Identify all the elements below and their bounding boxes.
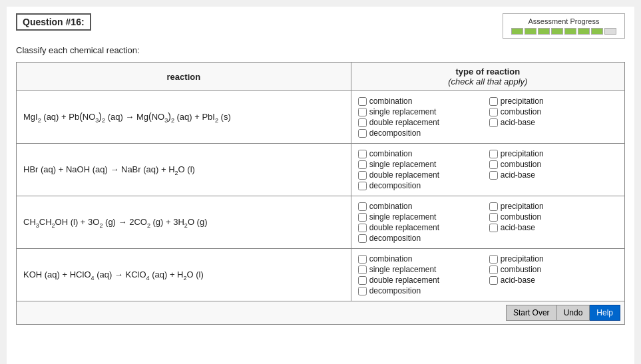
type-item-combination-2: combination	[358, 149, 487, 158]
reaction-equation-1: MgI2 (aq) + Pb(NO3)2 (aq) → Mg(NO3)2 (aq…	[23, 112, 231, 122]
type-cell-2: combination precipitation single replace…	[351, 144, 624, 196]
checkbox-combination-4[interactable]	[358, 255, 367, 264]
type-item-precipitation-3: precipitation	[489, 202, 618, 211]
type-item-acid-base-4: acid-base	[489, 275, 618, 285]
type-item-precipitation-4: precipitation	[489, 254, 618, 264]
type-item-double-replacement-2: double replacement	[358, 170, 487, 180]
type-cell-4: combination precipitation single replace…	[351, 249, 624, 301]
btn-row: Start Over Undo Help	[21, 305, 620, 321]
type-cell-3: combination precipitation single replace…	[351, 196, 624, 249]
checkbox-precipitation-2[interactable]	[489, 150, 498, 158]
type-grid-4: combination precipitation single replace…	[358, 254, 618, 295]
type-item-single-replacement-1: single replacement	[358, 107, 487, 116]
page-container: Question #16: Assessment Progress Classi…	[7, 7, 634, 364]
checkbox-decomposition-4[interactable]	[358, 287, 367, 295]
col2-header: type of reaction (check all that apply)	[351, 63, 624, 91]
progress-seg-6	[578, 28, 590, 35]
reaction-equation-4: KOH (aq) + HClO4 (aq) → KClO4 (aq) + H2O…	[23, 270, 204, 279]
progress-seg-4	[551, 28, 563, 35]
table-row: KOH (aq) + HClO4 (aq) → KClO4 (aq) + H2O…	[17, 249, 625, 301]
checkbox-precipitation-1[interactable]	[489, 97, 498, 106]
start-over-button[interactable]: Start Over	[506, 305, 557, 321]
reaction-equation-2: HBr (aq) + NaOH (aq) → NaBr (aq) + H2O (…	[23, 164, 195, 174]
type-item-combination-1: combination	[358, 96, 487, 106]
reaction-cell-4: KOH (aq) + HClO4 (aq) → KClO4 (aq) + H2O…	[17, 249, 351, 301]
checkbox-single-replacement-3[interactable]	[358, 213, 367, 222]
checkbox-combustion-3[interactable]	[489, 213, 498, 222]
type-item-double-replacement-1: double replacement	[358, 118, 487, 127]
checkbox-combination-3[interactable]	[358, 202, 367, 211]
type-item-decomposition-2: decomposition	[358, 181, 487, 190]
type-item-precipitation-1: precipitation	[489, 96, 618, 106]
table-row: HBr (aq) + NaOH (aq) → NaBr (aq) + H2O (…	[17, 144, 625, 196]
progress-seg-2	[525, 28, 536, 35]
checkbox-decomposition-1[interactable]	[358, 129, 367, 138]
checkbox-acid-base-1[interactable]	[489, 118, 498, 127]
type-item-combustion-4: combustion	[489, 265, 618, 274]
table-row: MgI2 (aq) + Pb(NO3)2 (aq) → Mg(NO3)2 (aq…	[17, 91, 625, 144]
type-item-double-replacement-4: double replacement	[358, 275, 487, 285]
col1-header: reaction	[17, 63, 351, 91]
checkbox-acid-base-2[interactable]	[489, 171, 498, 180]
type-item-acid-base-2: acid-base	[489, 170, 618, 180]
type-item-double-replacement-3: double replacement	[358, 223, 487, 232]
undo-button[interactable]: Undo	[557, 305, 590, 321]
type-grid-2: combination precipitation single replace…	[358, 149, 618, 190]
checkbox-acid-base-3[interactable]	[489, 224, 498, 232]
checkbox-acid-base-4[interactable]	[489, 276, 498, 285]
progress-seg-3	[538, 28, 550, 35]
table-row: CH3CH2OH (l) + 3O2 (g) → 2CO2 (g) + 3H2O…	[17, 196, 625, 249]
progress-seg-1	[511, 28, 523, 35]
type-item-acid-base-1: acid-base	[489, 118, 618, 127]
type-grid-1: combination precipitation single replace…	[358, 96, 618, 138]
type-item-single-replacement-3: single replacement	[358, 212, 487, 222]
button-row: Start Over Undo Help	[17, 301, 625, 325]
checkbox-single-replacement-4[interactable]	[358, 266, 367, 274]
reaction-cell-3: CH3CH2OH (l) + 3O2 (g) → 2CO2 (g) + 3H2O…	[17, 196, 351, 249]
checkbox-combustion-4[interactable]	[489, 266, 498, 274]
progress-seg-7	[591, 28, 603, 35]
help-button[interactable]: Help	[590, 305, 620, 321]
type-item-decomposition-3: decomposition	[358, 234, 487, 243]
assessment-title: Assessment Progress	[511, 17, 616, 25]
header-row: Question #16: Assessment Progress	[16, 13, 625, 39]
checkbox-double-replacement-2[interactable]	[358, 171, 367, 180]
checkbox-combustion-2[interactable]	[489, 160, 498, 169]
progress-seg-8	[604, 28, 616, 35]
checkbox-decomposition-2[interactable]	[358, 182, 367, 190]
col2-subheader: (check all that apply)	[448, 77, 527, 87]
button-cell: Start Over Undo Help	[17, 301, 625, 325]
checkbox-single-replacement-2[interactable]	[358, 160, 367, 169]
checkbox-decomposition-3[interactable]	[358, 234, 367, 243]
type-item-combination-4: combination	[358, 254, 487, 264]
type-grid-3: combination precipitation single replace…	[358, 202, 618, 243]
checkbox-combination-2[interactable]	[358, 150, 367, 158]
reaction-equation-3: CH3CH2OH (l) + 3O2 (g) → 2CO2 (g) + 3H2O…	[23, 217, 208, 227]
checkbox-double-replacement-1[interactable]	[358, 118, 367, 127]
type-item-decomposition-1: decomposition	[358, 128, 487, 138]
progress-bar-row	[511, 28, 616, 35]
type-item-single-replacement-4: single replacement	[358, 265, 487, 274]
checkbox-precipitation-3[interactable]	[489, 202, 498, 211]
type-item-decomposition-4: decomposition	[358, 286, 487, 295]
type-cell-1: combination precipitation single replace…	[351, 91, 624, 144]
reaction-cell-1: MgI2 (aq) + Pb(NO3)2 (aq) → Mg(NO3)2 (aq…	[17, 91, 351, 144]
type-item-precipitation-2: precipitation	[489, 149, 618, 158]
checkbox-combination-1[interactable]	[358, 97, 367, 106]
checkbox-single-replacement-1[interactable]	[358, 108, 367, 116]
type-item-combustion-1: combustion	[489, 107, 618, 116]
type-item-single-replacement-2: single replacement	[358, 160, 487, 169]
reaction-cell-2: HBr (aq) + NaOH (aq) → NaBr (aq) + H2O (…	[17, 144, 351, 196]
main-table: reaction type of reaction (check all tha…	[16, 62, 625, 325]
assessment-box: Assessment Progress	[503, 13, 625, 39]
checkbox-double-replacement-4[interactable]	[358, 276, 367, 285]
type-item-combustion-3: combustion	[489, 212, 618, 222]
question-label: Question #16:	[16, 13, 91, 31]
checkbox-combustion-1[interactable]	[489, 108, 498, 116]
checkbox-precipitation-4[interactable]	[489, 255, 498, 264]
type-item-combination-3: combination	[358, 202, 487, 211]
type-item-combustion-2: combustion	[489, 160, 618, 169]
type-item-acid-base-3: acid-base	[489, 223, 618, 232]
progress-seg-5	[564, 28, 576, 35]
checkbox-double-replacement-3[interactable]	[358, 224, 367, 232]
